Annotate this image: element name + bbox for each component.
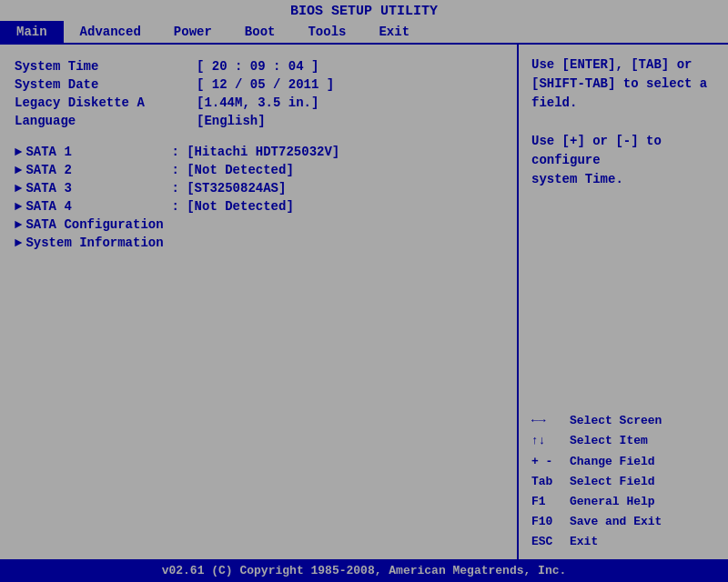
key-help: ←→Select Screen↑↓Select Item+ -Change Fi… [531, 411, 717, 552]
key-desc: General Help [570, 492, 655, 512]
submenu-label: SATA 3 [25, 181, 171, 196]
nav-item-boot[interactable]: Boot [228, 21, 292, 43]
right-panel: Use [ENTER], [TAB] or[SHIFT-TAB] to sele… [519, 45, 728, 559]
bios-title: BIOS SETUP UTILITY [290, 4, 438, 19]
submenu-arrow-icon: ► [15, 163, 22, 177]
field-row: System Time[ 20 : 09 : 04 ] [15, 59, 502, 74]
submenu-arrow-icon: ► [15, 181, 22, 196]
field-value[interactable]: [1.44M, 3.5 in.] [197, 95, 318, 110]
bios-container: BIOS SETUP UTILITY MainAdvancedPowerBoot… [0, 0, 728, 582]
nav-item-tools[interactable]: Tools [291, 21, 362, 43]
submenus-section: ► SATA 1: [Hitachi HDT725032V]► SATA 2: … [15, 145, 502, 250]
key-name: F1 [531, 492, 570, 512]
key-row: ESCExit [531, 532, 717, 552]
submenu-arrow-icon: ► [15, 217, 22, 232]
key-name: F10 [531, 512, 570, 532]
nav-item-advanced[interactable]: Advanced [64, 21, 157, 43]
field-label: Language [15, 114, 197, 128]
submenu-value: : [Hitachi HDT725032V] [171, 145, 339, 159]
key-desc: Select Screen [570, 411, 662, 431]
field-value[interactable]: [English] [197, 114, 266, 128]
submenu-row[interactable]: ► System Information [15, 236, 502, 250]
submenu-label: SATA 1 [25, 145, 171, 159]
help-text: Use [ENTER], [TAB] or[SHIFT-TAB] to sele… [531, 55, 717, 189]
key-name: ←→ [531, 411, 570, 431]
key-row: TabSelect Field [531, 472, 717, 492]
key-name: + - [531, 452, 570, 472]
key-row: ↑↓Select Item [531, 431, 717, 451]
submenu-arrow-icon: ► [15, 236, 22, 250]
fields-section: System Time[ 20 : 09 : 04 ]System Date[ … [15, 59, 502, 128]
title-bar: BIOS SETUP UTILITY [0, 0, 728, 21]
field-label: Legacy Diskette A [15, 95, 197, 110]
submenu-value: : [ST3250824AS] [171, 181, 286, 196]
submenu-arrow-icon: ► [15, 199, 22, 214]
field-label: System Time [15, 59, 197, 74]
field-row: System Date[ 12 / 05 / 2011 ] [15, 77, 502, 92]
key-row: F1General Help [531, 492, 717, 512]
key-desc: Exit [570, 532, 598, 552]
field-label: System Date [15, 77, 197, 92]
nav-item-main[interactable]: Main [0, 21, 64, 43]
submenu-arrow-icon: ► [15, 145, 22, 159]
left-panel: System Time[ 20 : 09 : 04 ]System Date[ … [0, 45, 519, 559]
key-desc: Save and Exit [570, 512, 662, 532]
submenu-value: : [Not Detected] [171, 163, 293, 177]
nav-bar: MainAdvancedPowerBootToolsExit [0, 21, 728, 45]
key-desc: Select Field [570, 472, 655, 492]
key-row: F10Save and Exit [531, 512, 717, 532]
key-row: + -Change Field [531, 452, 717, 472]
submenu-row[interactable]: ► SATA Configuration [15, 217, 502, 232]
nav-item-exit[interactable]: Exit [362, 21, 426, 43]
key-desc: Change Field [570, 452, 655, 472]
key-name: ↑↓ [531, 431, 570, 451]
submenu-label: System Information [25, 236, 171, 250]
key-desc: Select Item [570, 431, 648, 451]
field-value[interactable]: [ 12 / 05 / 2011 ] [197, 77, 334, 92]
submenu-row[interactable]: ► SATA 3: [ST3250824AS] [15, 181, 502, 196]
submenu-label: SATA Configuration [25, 217, 171, 232]
key-name: ESC [531, 532, 570, 552]
submenu-label: SATA 2 [25, 163, 171, 177]
submenu-row[interactable]: ► SATA 2: [Not Detected] [15, 163, 502, 177]
nav-item-power[interactable]: Power [157, 21, 228, 43]
main-content: System Time[ 20 : 09 : 04 ]System Date[ … [0, 45, 728, 559]
key-name: Tab [531, 472, 570, 492]
submenu-label: SATA 4 [25, 199, 171, 214]
field-row: Language[English] [15, 114, 502, 128]
submenu-value: : [Not Detected] [171, 199, 293, 214]
field-value[interactable]: [ 20 : 09 : 04 ] [197, 59, 318, 74]
field-row: Legacy Diskette A[1.44M, 3.5 in.] [15, 95, 502, 110]
footer: v02.61 (C) Copyright 1985-2008, American… [0, 559, 728, 582]
submenu-row[interactable]: ► SATA 4: [Not Detected] [15, 199, 502, 214]
submenu-row[interactable]: ► SATA 1: [Hitachi HDT725032V] [15, 145, 502, 159]
key-row: ←→Select Screen [531, 411, 717, 431]
footer-text: v02.61 (C) Copyright 1985-2008, American… [162, 564, 567, 577]
